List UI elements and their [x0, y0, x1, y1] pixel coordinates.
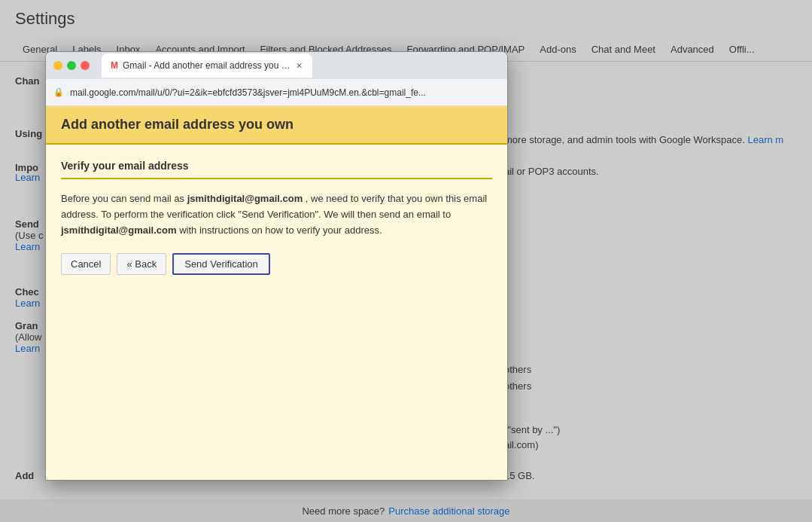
back-button[interactable]: « Back: [117, 253, 166, 275]
dialog-header-title: Add another email address you own: [61, 117, 492, 133]
dialog-text-end: with instructions on how to verify your …: [179, 224, 382, 236]
send-verification-button[interactable]: Send Verification: [172, 253, 270, 275]
tab-title: Gmail - Add another email address you ow…: [123, 60, 290, 71]
chrome-addressbar: 🔒 mail.google.com/mail/u/0/?ui=2&ik=ebfc…: [46, 79, 507, 106]
minimize-button[interactable]: [53, 61, 62, 70]
address-bar[interactable]: mail.google.com/mail/u/0/?ui=2&ik=ebfcfd…: [70, 87, 500, 98]
chrome-titlebar: M Gmail - Add another email address you …: [46, 52, 507, 79]
dialog-subtitle: Verify your email address: [61, 160, 492, 179]
chrome-tab[interactable]: M Gmail - Add another email address you …: [102, 53, 312, 78]
lock-icon: 🔒: [53, 87, 64, 97]
gmail-favicon-icon: M: [111, 60, 118, 71]
dialog-body: Verify your email address Before you can…: [46, 145, 507, 480]
dialog-email-1: jsmithdigital@gmail.com: [187, 193, 303, 204]
dialog-body-text: Before you can send mail as jsmithdigita…: [61, 191, 492, 238]
dialog-text-before: Before you can send mail as: [61, 193, 184, 204]
chrome-window: M Gmail - Add another email address you …: [45, 51, 508, 481]
dialog-header: Add another email address you own: [46, 106, 507, 145]
tab-close-icon[interactable]: ✕: [295, 60, 303, 72]
window-controls: [53, 61, 90, 70]
dialog-buttons: Cancel « Back Send Verification: [61, 253, 492, 275]
maximize-button[interactable]: [67, 61, 76, 70]
close-button[interactable]: [81, 61, 90, 70]
dialog-email-2: jsmithdigital@gmail.com: [61, 224, 177, 236]
cancel-button[interactable]: Cancel: [61, 253, 111, 275]
dialog-content: Add another email address you own Verify…: [46, 106, 507, 480]
